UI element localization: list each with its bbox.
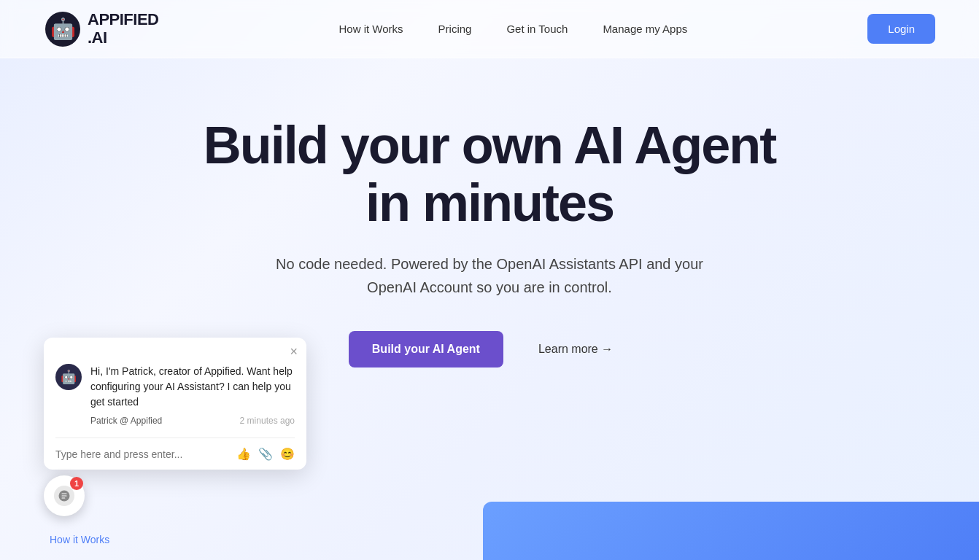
chat-timestamp: 2 minutes ago (240, 416, 295, 426)
chat-trigger-icon (54, 486, 74, 506)
emoji-icon[interactable]: 😊 (280, 447, 295, 461)
nav-manage-apps[interactable]: Manage my Apps (603, 23, 687, 35)
chat-widget: × 🤖 Hi, I'm Patrick, creator of Appified… (44, 338, 306, 516)
hero-title: Build your own AI Agent in minutes (15, 117, 964, 232)
chat-input-icons: 👍 📎 😊 (236, 447, 295, 461)
chat-meta: Patrick @ Appified 2 minutes ago (90, 416, 295, 426)
chat-bubble-icon (58, 489, 71, 502)
hero-subtitle: No code needed. Powered by the OpenAI As… (271, 252, 708, 299)
thumbs-up-icon[interactable]: 👍 (236, 447, 251, 461)
chat-content: Hi, I'm Patrick, creator of Appified. Wa… (90, 364, 295, 426)
build-agent-button[interactable]: Build your AI Agent (349, 331, 503, 368)
chat-popup: × 🤖 Hi, I'm Patrick, creator of Appified… (44, 338, 306, 470)
chat-input-area: 👍 📎 😊 (44, 438, 306, 470)
logo[interactable]: APPIFIED .AI (44, 10, 158, 48)
learn-more-button[interactable]: Learn more → (521, 331, 630, 368)
attachment-icon[interactable]: 📎 (258, 447, 273, 461)
logo-robot-image (45, 12, 80, 47)
nav-links: How it Works Pricing Get in Touch Manage… (338, 23, 687, 35)
chat-close-button[interactable]: × (290, 345, 298, 358)
login-button[interactable]: Login (867, 14, 935, 44)
chat-sender-name: Patrick @ Appified (90, 416, 162, 426)
how-it-works-bottom-link[interactable]: How it Works (50, 534, 109, 545)
chat-message-text: Hi, I'm Patrick, creator of Appified. Wa… (90, 364, 295, 410)
navbar: APPIFIED .AI How it Works Pricing Get in… (0, 0, 979, 58)
chat-trigger-button[interactable]: 1 (44, 475, 85, 516)
chat-popup-header: × (44, 338, 306, 358)
nav-how-it-works[interactable]: How it Works (338, 23, 403, 35)
chat-avatar: 🤖 (55, 364, 82, 390)
nav-get-in-touch[interactable]: Get in Touch (506, 23, 568, 35)
logo-text: APPIFIED .AI (88, 11, 158, 46)
logo-icon (44, 10, 82, 48)
chat-notification-badge: 1 (70, 477, 83, 490)
nav-pricing[interactable]: Pricing (438, 23, 472, 35)
chat-message-area: 🤖 Hi, I'm Patrick, creator of Appified. … (44, 358, 306, 438)
bottom-section-preview (483, 502, 979, 560)
chat-input[interactable] (55, 448, 229, 460)
